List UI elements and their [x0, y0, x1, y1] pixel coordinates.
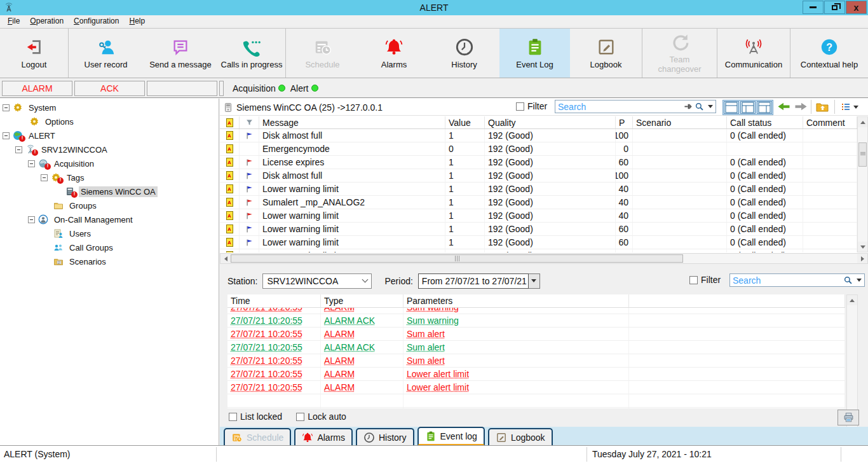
alarms-button[interactable]: Alarms — [359, 29, 429, 78]
table-row[interactable]: Disk almost full 1 192 (Good) 100 0 (Cal… — [220, 169, 857, 183]
tree-item-tags[interactable]: Tags — [0, 170, 219, 184]
bottom-search-input[interactable] — [730, 275, 843, 286]
column-header-call-status[interactable]: Call status — [727, 116, 803, 128]
scrollbar-thumb[interactable] — [858, 142, 867, 167]
table-horizontal-scrollbar[interactable] — [220, 253, 868, 264]
tree-item-srv12winccoa[interactable]: SRV12WINCCOA — [0, 142, 219, 156]
collapse-expander[interactable] — [15, 146, 22, 153]
event-row[interactable]: 27/07/21 10:20:55 ALARM Sum alert — [227, 354, 845, 368]
tab-alarms[interactable]: Alarms — [294, 428, 353, 446]
table-row[interactable]: Emergencymode 0 192 (Good) 0 — [220, 142, 857, 156]
column-header-message[interactable]: Message — [259, 116, 445, 128]
event-row[interactable]: 27/07/21 10:20:55 ALARM Lower alert limi… — [227, 381, 845, 394]
event-row[interactable]: 27/07/21 10:20:55 ALARM ACK Sum alert — [227, 341, 845, 354]
column-header-comment[interactable]: Comment — [803, 116, 857, 128]
ack-indicator[interactable]: ACK — [74, 81, 145, 96]
table-row[interactable]: Disk almost full 1 192 (Good) 100 0 (Cal… — [220, 129, 857, 142]
table-row[interactable]: Lower warning limit 1 192 (Good) 40 0 (C… — [220, 183, 857, 196]
tree-item-system[interactable]: System — [0, 100, 219, 114]
search-input[interactable] — [555, 102, 684, 112]
tree-item-groups[interactable]: Groups — [0, 198, 219, 212]
tree-item-options[interactable]: Options — [0, 114, 219, 128]
column-header-value[interactable]: Value — [445, 116, 485, 128]
tree-item-call-groups[interactable]: Call Groups — [0, 240, 219, 254]
column-header-type[interactable]: Type — [321, 294, 403, 307]
layout-split-left-button[interactable] — [740, 101, 756, 114]
tree-item-acquisition[interactable]: Acquisition — [0, 156, 219, 170]
scroll-up-button[interactable] — [847, 295, 857, 305]
list-view-caret[interactable] — [853, 106, 858, 109]
event-log-button[interactable]: Event Log — [499, 29, 570, 78]
back-arrow-icon[interactable] — [777, 101, 791, 112]
send-message-button[interactable]: Send a message — [143, 29, 218, 78]
column-header-quality[interactable]: Quality — [485, 116, 616, 128]
collapse-expander[interactable] — [28, 160, 35, 167]
list-view-button[interactable] — [841, 100, 861, 114]
menu-help[interactable]: Help — [124, 16, 150, 26]
maximize-button[interactable] — [824, 1, 845, 14]
table-row[interactable]: Lower warning limit 1 192 (Good) 60 0 (C… — [220, 249, 857, 252]
tree-item-on-call-management[interactable]: On-Call Management — [0, 212, 219, 226]
communication-button[interactable]: Communication — [717, 29, 790, 78]
forward-arrow-icon[interactable] — [794, 101, 808, 112]
event-row[interactable]: 27/07/21 10:20:55 ALARM Sum warning — [227, 308, 845, 314]
tree-item-users[interactable]: Users — [0, 226, 219, 240]
menu-file[interactable]: File — [3, 16, 25, 26]
search-dropdown-caret[interactable] — [857, 279, 862, 282]
contextual-help-button[interactable]: Contextual help — [790, 29, 868, 78]
history-button[interactable]: History — [429, 29, 499, 78]
tab-history[interactable]: History — [356, 428, 414, 446]
event-row[interactable]: 27/07/21 10:20:55 ALARM Lower alert limi… — [227, 368, 845, 381]
table-row[interactable]: Lower warning limit 1 192 (Good) 60 0 (C… — [220, 236, 857, 249]
tab-event-log[interactable]: Event log — [417, 427, 485, 446]
collapse-expander[interactable] — [41, 174, 48, 181]
column-header-scenario[interactable]: Scenario — [633, 116, 727, 128]
flag-column-header[interactable] — [240, 116, 259, 128]
collapse-expander[interactable] — [28, 216, 35, 223]
tab-logbook[interactable]: Logbook — [488, 428, 553, 446]
minimize-button[interactable] — [803, 1, 824, 14]
search-icon[interactable] — [843, 275, 853, 285]
print-button[interactable] — [837, 410, 859, 425]
lock-auto-option[interactable]: Lock auto — [296, 411, 346, 422]
table-row[interactable]: Lower warning limit 1 192 (Good) 40 0 (C… — [220, 209, 857, 223]
station-select[interactable]: SRV12WINCCOA — [262, 273, 372, 289]
menu-operation[interactable]: Operation — [25, 16, 69, 26]
lock-auto-checkbox[interactable] — [296, 413, 304, 421]
column-header-time[interactable]: Time — [227, 294, 321, 307]
column-header-parameters[interactable]: Parameters — [403, 294, 629, 307]
alarm-doc-column-header[interactable] — [220, 116, 240, 128]
period-dropdown-button[interactable] — [529, 273, 540, 289]
layout-single-button[interactable] — [724, 101, 739, 114]
scroll-left-button[interactable] — [220, 254, 231, 263]
folder-up-button[interactable] — [816, 100, 829, 114]
filter-checkbox[interactable] — [516, 102, 524, 111]
list-locked-option[interactable]: List locked — [229, 411, 282, 422]
collapse-expander[interactable] — [3, 132, 10, 139]
table-row[interactable]: Lower warning limit 1 192 (Good) 60 0 (C… — [220, 223, 857, 236]
event-row[interactable]: 27/07/21 10:20:55 ALARM Sum alert — [227, 328, 845, 341]
user-record-button[interactable]: User record — [68, 29, 143, 78]
calls-in-progress-button[interactable]: Calls in progress — [218, 29, 285, 78]
event-row[interactable]: 27/07/21 10:20:55 ALARM ACK Sum warning — [227, 314, 845, 328]
tree-item-scenarios[interactable]: Scenarios — [0, 254, 219, 268]
alarm-indicator[interactable]: ALARM — [2, 81, 72, 96]
menu-configuration[interactable]: Configuration — [69, 16, 124, 26]
logbook-button[interactable]: Logbook — [570, 29, 642, 78]
collapse-expander[interactable] — [3, 104, 10, 111]
logout-button[interactable]: Logout — [0, 29, 68, 78]
scroll-right-button[interactable] — [857, 254, 867, 263]
scroll-down-button[interactable] — [858, 242, 867, 252]
close-button[interactable]: x — [846, 1, 867, 14]
tree-item-siemens-wincc-oa[interactable]: Siemens WinCC OA — [0, 184, 219, 198]
column-header-p[interactable]: P — [616, 116, 633, 128]
search-dropdown-caret[interactable] — [708, 105, 713, 108]
scrollbar-thumb[interactable] — [231, 254, 683, 263]
layout-split-right-button[interactable] — [757, 101, 772, 114]
list-locked-checkbox[interactable] — [229, 413, 237, 421]
table-vertical-scrollbar[interactable] — [857, 116, 868, 252]
tree-item-alert[interactable]: ALERT — [0, 128, 219, 142]
scroll-up-button[interactable] — [858, 117, 867, 127]
pin-icon[interactable] — [684, 102, 693, 111]
period-field[interactable]: From 27/07/21 to 27/07/21 — [418, 273, 529, 289]
